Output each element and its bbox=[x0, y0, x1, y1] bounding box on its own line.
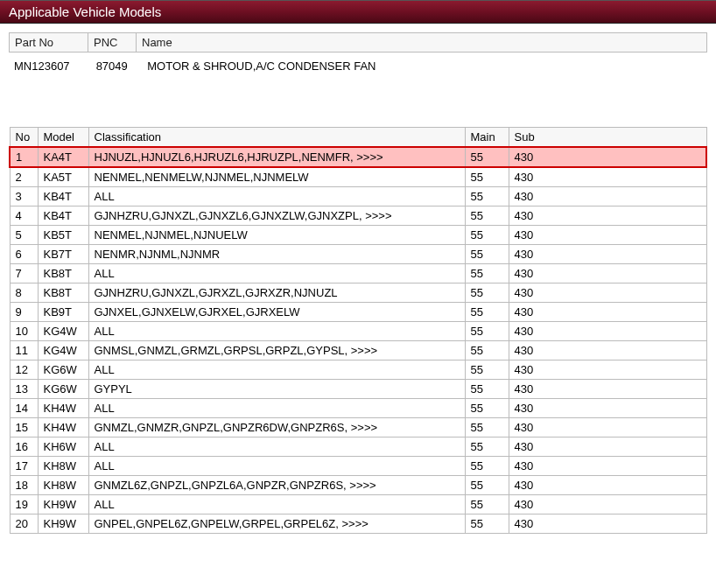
col-header-sub[interactable]: Sub bbox=[509, 128, 706, 148]
table-row[interactable]: 19KH9WALL55430 bbox=[10, 495, 706, 514]
cell-model: KH6W bbox=[38, 438, 88, 457]
col-header-classification[interactable]: Classification bbox=[88, 128, 465, 148]
cell-no: 15 bbox=[10, 418, 38, 438]
cell-model: KH9W bbox=[38, 495, 88, 514]
cell-classification: ALL bbox=[88, 457, 465, 476]
cell-main: 55 bbox=[465, 167, 509, 187]
table-header-row: No Model Classification Main Sub bbox=[10, 128, 706, 148]
table-row[interactable]: 10KG4WALL55430 bbox=[10, 322, 706, 341]
cell-no: 18 bbox=[10, 476, 38, 495]
table-row[interactable]: 2KA5TNENMEL,NENMELW,NJNMEL,NJNMELW55430 bbox=[10, 167, 706, 187]
cell-model: KA5T bbox=[38, 167, 88, 187]
cell-sub: 430 bbox=[509, 495, 706, 514]
cell-sub: 430 bbox=[509, 322, 706, 341]
cell-no: 12 bbox=[10, 360, 38, 380]
cell-classification: NENMR,NJNML,NJNMR bbox=[88, 245, 465, 264]
table-row[interactable]: 5KB5TNENMEL,NJNMEL,NJNUELW55430 bbox=[10, 226, 706, 245]
cell-sub: 430 bbox=[509, 418, 706, 438]
part-info-row: MN123607 87049 MOTOR & SHROUD,A/C CONDEN… bbox=[9, 58, 707, 74]
cell-model: KH4W bbox=[38, 418, 88, 438]
cell-no: 11 bbox=[10, 341, 38, 360]
cell-no: 6 bbox=[10, 245, 38, 264]
cell-classification: GNMZL6Z,GNPZL,GNPZL6A,GNPZR,GNPZR6S, >>>… bbox=[88, 476, 465, 495]
cell-model: KB8T bbox=[38, 264, 88, 284]
value-name: MOTOR & SHROUD,A/C CONDENSER FAN bbox=[147, 60, 376, 73]
table-row[interactable]: 18KH8WGNMZL6Z,GNPZL,GNPZL6A,GNPZR,GNPZR6… bbox=[10, 476, 706, 495]
table-row[interactable]: 20KH9WGNPEL,GNPEL6Z,GNPELW,GRPEL,GRPEL6Z… bbox=[10, 514, 706, 534]
cell-classification: GJNHZRU,GJNXZL,GJRXZL,GJRXZR,NJNUZL bbox=[88, 284, 465, 303]
col-header-main[interactable]: Main bbox=[465, 128, 509, 148]
cell-model: KH9W bbox=[38, 514, 88, 534]
table-row[interactable]: 12KG6WALL55430 bbox=[10, 360, 706, 380]
cell-main: 55 bbox=[465, 322, 509, 341]
cell-main: 55 bbox=[465, 380, 509, 399]
cell-model: KB9T bbox=[38, 303, 88, 322]
table-row[interactable]: 11KG4WGNMSL,GNMZL,GRMZL,GRPSL,GRPZL,GYPS… bbox=[10, 341, 706, 360]
cell-no: 2 bbox=[10, 167, 38, 187]
cell-main: 55 bbox=[465, 284, 509, 303]
cell-model: KH4W bbox=[38, 399, 88, 418]
cell-no: 5 bbox=[10, 226, 38, 245]
table-row[interactable]: 9KB9TGJNXEL,GJNXELW,GJRXEL,GJRXELW55430 bbox=[10, 303, 706, 322]
table-row[interactable]: 7KB8TALL55430 bbox=[10, 264, 706, 284]
vehicle-models-table: No Model Classification Main Sub 1KA4THJ… bbox=[9, 127, 707, 534]
cell-main: 55 bbox=[465, 245, 509, 264]
header-pnc: PNC bbox=[88, 33, 137, 52]
cell-model: KG4W bbox=[38, 341, 88, 360]
cell-no: 16 bbox=[10, 438, 38, 457]
cell-sub: 430 bbox=[509, 147, 706, 167]
table-row[interactable]: 1KA4THJNUZL,HJNUZL6,HJRUZL6,HJRUZPL,NENM… bbox=[10, 147, 706, 167]
cell-model: KG6W bbox=[38, 360, 88, 380]
cell-main: 55 bbox=[465, 476, 509, 495]
cell-classification: GNMSL,GNMZL,GRMZL,GRPSL,GRPZL,GYPSL, >>>… bbox=[88, 341, 465, 360]
cell-model: KB4T bbox=[38, 206, 88, 226]
table-row[interactable]: 14KH4WALL55430 bbox=[10, 399, 706, 418]
cell-model: KA4T bbox=[38, 147, 88, 167]
cell-classification: GJNHZRU,GJNXZL,GJNXZL6,GJNXZLW,GJNXZPL, … bbox=[88, 206, 465, 226]
cell-sub: 430 bbox=[509, 245, 706, 264]
cell-classification: ALL bbox=[88, 264, 465, 284]
cell-main: 55 bbox=[465, 495, 509, 514]
cell-model: KB5T bbox=[38, 226, 88, 245]
cell-classification: HJNUZL,HJNUZL6,HJRUZL6,HJRUZPL,NENMFR, >… bbox=[88, 147, 465, 167]
value-partno: MN123607 bbox=[14, 60, 93, 73]
cell-model: KB4T bbox=[38, 187, 88, 206]
cell-sub: 430 bbox=[509, 303, 706, 322]
cell-sub: 430 bbox=[509, 380, 706, 399]
table-row[interactable]: 16KH6WALL55430 bbox=[10, 438, 706, 457]
cell-classification: GYPYL bbox=[88, 380, 465, 399]
cell-no: 3 bbox=[10, 187, 38, 206]
cell-model: KH8W bbox=[38, 457, 88, 476]
cell-model: KG6W bbox=[38, 380, 88, 399]
cell-classification: ALL bbox=[88, 399, 465, 418]
col-header-no[interactable]: No bbox=[10, 128, 38, 148]
cell-classification: GJNXEL,GJNXELW,GJRXEL,GJRXELW bbox=[88, 303, 465, 322]
cell-no: 7 bbox=[10, 264, 38, 284]
cell-sub: 430 bbox=[509, 476, 706, 495]
cell-classification: ALL bbox=[88, 360, 465, 380]
cell-sub: 430 bbox=[509, 187, 706, 206]
window-titlebar: Applicable Vehicle Models bbox=[0, 0, 716, 24]
cell-sub: 430 bbox=[509, 284, 706, 303]
table-row[interactable]: 15KH4WGNMZL,GNMZR,GNPZL,GNPZR6DW,GNPZR6S… bbox=[10, 418, 706, 438]
cell-sub: 430 bbox=[509, 167, 706, 187]
cell-sub: 430 bbox=[509, 514, 706, 534]
cell-no: 14 bbox=[10, 399, 38, 418]
cell-no: 4 bbox=[10, 206, 38, 226]
cell-sub: 430 bbox=[509, 438, 706, 457]
table-row[interactable]: 6KB7TNENMR,NJNML,NJNMR55430 bbox=[10, 245, 706, 264]
table-row[interactable]: 4KB4TGJNHZRU,GJNXZL,GJNXZL6,GJNXZLW,GJNX… bbox=[10, 206, 706, 226]
cell-sub: 430 bbox=[509, 341, 706, 360]
cell-classification: GNPEL,GNPEL6Z,GNPELW,GRPEL,GRPEL6Z, >>>> bbox=[88, 514, 465, 534]
cell-no: 17 bbox=[10, 457, 38, 476]
cell-model: KG4W bbox=[38, 322, 88, 341]
table-row[interactable]: 17KH8WALL55430 bbox=[10, 457, 706, 476]
table-row[interactable]: 13KG6WGYPYL55430 bbox=[10, 380, 706, 399]
table-row[interactable]: 3KB4TALL55430 bbox=[10, 187, 706, 206]
cell-model: KH8W bbox=[38, 476, 88, 495]
cell-no: 9 bbox=[10, 303, 38, 322]
table-row[interactable]: 8KB8TGJNHZRU,GJNXZL,GJRXZL,GJRXZR,NJNUZL… bbox=[10, 284, 706, 303]
cell-classification: ALL bbox=[88, 495, 465, 514]
cell-main: 55 bbox=[465, 418, 509, 438]
col-header-model[interactable]: Model bbox=[38, 128, 88, 148]
